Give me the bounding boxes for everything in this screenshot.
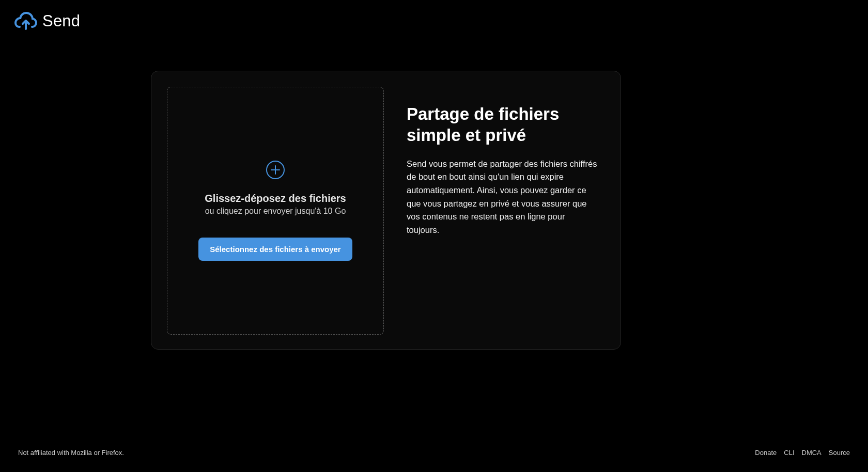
cloud-upload-icon <box>14 11 37 31</box>
plus-circle-icon <box>266 161 285 179</box>
select-files-button[interactable]: Sélectionnez des fichiers à envoyer <box>198 238 352 261</box>
footer-link-cli[interactable]: CLI <box>784 449 794 457</box>
dropzone-subtitle: ou cliquez pour envoyer jusqu'à 10 Go <box>205 207 346 216</box>
footer-link-source[interactable]: Source <box>829 449 850 457</box>
logo-text: Send <box>42 12 80 30</box>
footer-disclaimer: Not affiliated with Mozilla or Firefox. <box>18 449 124 457</box>
info-section: Partage de fichiers simple et privé Send… <box>407 87 605 334</box>
header: Send <box>14 11 80 31</box>
footer-links: Donate CLI DMCA Source <box>755 449 850 457</box>
file-dropzone[interactable]: Glissez-déposez des fichiers ou cliquez … <box>167 87 384 335</box>
footer: Not affiliated with Mozilla or Firefox. … <box>18 449 850 457</box>
info-description: Send vous permet de partager des fichier… <box>407 158 598 237</box>
footer-link-donate[interactable]: Donate <box>755 449 777 457</box>
footer-link-dmca[interactable]: DMCA <box>802 449 822 457</box>
info-title: Partage de fichiers simple et privé <box>407 103 605 146</box>
main-card: Glissez-déposez des fichiers ou cliquez … <box>151 71 621 350</box>
dropzone-title: Glissez-déposez des fichiers <box>205 193 346 204</box>
